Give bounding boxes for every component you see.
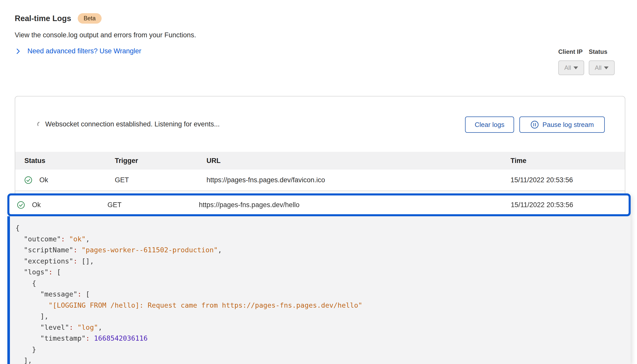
- pause-log-stream-label: Pause log stream: [543, 121, 594, 129]
- beta-badge: Beta: [78, 13, 101, 24]
- chevron-right-icon: [15, 48, 21, 55]
- column-status: Status: [24, 157, 115, 165]
- pause-circle-icon: [530, 120, 539, 129]
- page-header: Real-time Logs Beta View the console.log…: [15, 13, 196, 55]
- log-detail-panel: { "outcome": "ok", "scriptName": "pages-…: [7, 216, 631, 364]
- caret-down-icon: [604, 67, 609, 69]
- client-ip-value: All: [564, 64, 571, 71]
- row-url: https://pages-fns.pages.dev/favicon.ico: [206, 176, 511, 184]
- row-time: 15/11/2022 20:53:56: [511, 176, 625, 184]
- column-trigger: Trigger: [115, 157, 206, 165]
- row-trigger: GET: [107, 201, 199, 209]
- wrangler-link[interactable]: Need advanced filters? Use Wrangler: [15, 47, 196, 55]
- column-time: Time: [511, 157, 625, 165]
- wrangler-link-label: Need advanced filters? Use Wrangler: [27, 47, 141, 55]
- expanded-log-entry: Ok GET https://pages-fns.pages.dev/hello…: [7, 193, 631, 364]
- clear-logs-button[interactable]: Clear logs: [465, 117, 514, 133]
- page-title: Real-time Logs: [15, 14, 71, 23]
- clear-logs-label: Clear logs: [475, 121, 504, 129]
- row-status: Ok: [32, 201, 41, 209]
- log-row-hello-selected[interactable]: Ok GET https://pages-fns.pages.dev/hello…: [7, 193, 631, 216]
- filters: Client IP All Status All: [558, 48, 615, 75]
- row-time: 15/11/2022 20:53:56: [511, 201, 629, 209]
- log-row-favicon[interactable]: Ok GET https://pages-fns.pages.dev/favic…: [15, 170, 625, 191]
- spinner-icon: [37, 121, 43, 127]
- client-ip-label: Client IP: [558, 48, 584, 55]
- row-url: https://pages-fns.pages.dev/hello: [199, 201, 511, 209]
- websocket-status-bar: Websocket connection established. Listen…: [15, 96, 625, 152]
- status-value: All: [595, 64, 602, 71]
- check-circle-icon: [17, 201, 25, 209]
- row-status: Ok: [39, 176, 48, 184]
- status-label: Status: [589, 48, 615, 55]
- log-table-header: Status Trigger URL Time: [15, 152, 625, 170]
- check-circle-icon: [24, 176, 32, 184]
- client-ip-dropdown[interactable]: All: [558, 60, 584, 75]
- websocket-status-message: Websocket connection established. Listen…: [45, 120, 220, 128]
- status-dropdown[interactable]: All: [589, 60, 615, 75]
- pause-log-stream-button[interactable]: Pause log stream: [519, 117, 605, 133]
- column-url: URL: [206, 157, 511, 165]
- page-subtitle: View the console.log output and errors f…: [15, 31, 196, 39]
- caret-down-icon: [574, 67, 578, 69]
- row-trigger: GET: [115, 176, 206, 184]
- log-detail-code: { "outcome": "ok", "scriptName": "pages-…: [15, 222, 631, 364]
